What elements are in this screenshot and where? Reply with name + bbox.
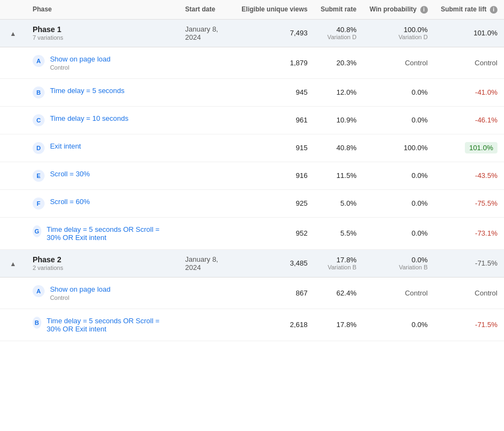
variation-date-spacer [179, 106, 235, 134]
variation-link[interactable]: Show on page load [50, 285, 110, 293]
win-prob-cell: 0.0% [363, 78, 434, 106]
phase-variations-2: 2 variations [33, 264, 172, 271]
variation-badge: E [33, 170, 45, 182]
variation-row-phase1-7: G Time delay = 5 seconds OR Scroll = 30%… [0, 217, 504, 249]
variation-date-spacer [179, 189, 235, 217]
phase-toggle-1[interactable] [0, 19, 26, 47]
variation-eligible-views: 1,879 [235, 47, 314, 78]
win-prob-cell: 0.0% [363, 189, 434, 217]
variation-link[interactable]: Time delay = 5 seconds OR Scroll = 30% O… [47, 225, 160, 242]
submit-rate-lift-header: Submit rate lift i [434, 0, 504, 19]
variation-submit-rate: 40.8% [314, 134, 363, 162]
phase-eligible-views-1: 7,493 [235, 19, 314, 47]
phase-lift-2: -71.5% [434, 249, 504, 277]
phase-submit-rate-2: 17.8% Variation B [314, 249, 363, 277]
lift-cell: -75.5% [434, 189, 504, 217]
win-prob-cell: Control [363, 47, 434, 78]
variation-eligible-views: 952 [235, 217, 314, 249]
variation-link[interactable]: Scroll = 60% [50, 198, 90, 206]
phase-eligible-views-2: 3,485 [235, 249, 314, 277]
variation-badge-col [0, 162, 26, 189]
variation-submit-rate: 5.0% [314, 189, 363, 217]
variation-link[interactable]: Time delay = 10 seconds [50, 114, 128, 122]
phase-header-row-2: Phase 2 2 variations January 8, 2024 3,4… [0, 249, 504, 277]
variation-badge: A [33, 285, 45, 297]
lift-cell: 101.0% [434, 134, 504, 162]
variation-badge: A [33, 55, 45, 67]
variation-row-phase2-2: B Time delay = 5 seconds OR Scroll = 30%… [0, 309, 504, 341]
variation-date-spacer [179, 47, 235, 78]
phase-date-2: January 8, 2024 [179, 249, 235, 277]
phase-header-row-1: Phase 1 7 variations January 8, 2024 7,4… [0, 19, 504, 47]
variation-date-spacer [179, 78, 235, 106]
lift-cell: Control [434, 277, 504, 309]
variation-badge-col [0, 189, 26, 217]
chevron-up-icon [7, 258, 20, 269]
variation-row-phase2-1: A Show on page load Control 867 62.4% Co… [0, 277, 504, 309]
variation-name-cell: G Time delay = 5 seconds OR Scroll = 30%… [26, 217, 179, 249]
variation-badge-col [0, 106, 26, 134]
phase-variations-1: 7 variations [33, 34, 172, 41]
phase-header: Phase [26, 0, 179, 19]
variation-badge-col [0, 78, 26, 106]
win-prob-cell: Control [363, 277, 434, 309]
start-date-header: Start date [179, 0, 235, 19]
variation-submit-rate: 20.3% [314, 47, 363, 78]
phase-submit-rate-1: 40.8% Variation D [314, 19, 363, 47]
variation-link[interactable]: Time delay = 5 seconds [50, 87, 125, 95]
variation-sublabel: Control [50, 64, 110, 71]
variation-eligible-views: 915 [235, 134, 314, 162]
submit-rate-header: Submit rate [314, 0, 363, 19]
table-header-row: Phase Start date Eligible unique views S… [0, 0, 504, 19]
variation-date-spacer [179, 134, 235, 162]
win-prob-cell: 0.0% [363, 106, 434, 134]
variation-name-cell: B Time delay = 5 seconds [26, 78, 179, 106]
variation-badge-col [0, 309, 26, 341]
phase-name-1: Phase 1 [33, 25, 172, 34]
variation-badge: B [33, 87, 45, 98]
variation-submit-rate: 5.5% [314, 217, 363, 249]
chevron-up-icon [7, 28, 20, 39]
phase-name-2: Phase 2 [33, 255, 172, 264]
phase-name-cell-1: Phase 1 7 variations [26, 19, 179, 47]
variation-submit-rate: 11.5% [314, 162, 363, 189]
variation-eligible-views: 945 [235, 78, 314, 106]
phase-win-probability-2: 0.0% Variation B [363, 249, 434, 277]
variation-link[interactable]: Exit intent [50, 142, 81, 150]
lift-cell: -46.1% [434, 106, 504, 134]
variation-badge-col [0, 277, 26, 309]
variation-submit-rate: 10.9% [314, 106, 363, 134]
variation-eligible-views: 916 [235, 162, 314, 189]
variation-badge: C [33, 114, 45, 126]
variation-name-cell: E Scroll = 30% [26, 162, 179, 189]
variation-date-spacer [179, 162, 235, 189]
variation-date-spacer [179, 309, 235, 341]
variation-name-cell: D Exit intent [26, 134, 179, 162]
lift-cell: -43.5% [434, 162, 504, 189]
variation-eligible-views: 961 [235, 106, 314, 134]
variation-link[interactable]: Time delay = 5 seconds OR Scroll = 30% O… [47, 317, 160, 333]
variation-link[interactable]: Scroll = 30% [50, 170, 90, 178]
variation-badge: F [33, 198, 45, 210]
submit-rate-lift-info-icon[interactable]: i [490, 6, 497, 14]
variation-badge-col [0, 47, 26, 78]
win-probability-info-icon[interactable]: i [420, 6, 428, 14]
lift-cell: -73.1% [434, 217, 504, 249]
variation-name-cell: C Time delay = 10 seconds [26, 106, 179, 134]
variation-eligible-views: 925 [235, 189, 314, 217]
win-prob-cell: 0.0% [363, 217, 434, 249]
phase-toggle-2[interactable] [0, 249, 26, 277]
variation-badge: D [33, 142, 45, 154]
variation-date-spacer [179, 277, 235, 309]
variation-submit-rate: 12.0% [314, 78, 363, 106]
variation-date-spacer [179, 217, 235, 249]
lift-cell: Control [434, 47, 504, 78]
variation-row-phase1-4: D Exit intent 915 40.8% 100.0% 101.0% [0, 134, 504, 162]
phase-win-probability-1: 100.0% Variation D [363, 19, 434, 47]
variation-badge-col [0, 217, 26, 249]
variation-name-cell: A Show on page load Control [26, 277, 179, 309]
variation-badge-col [0, 134, 26, 162]
variation-link[interactable]: Show on page load [50, 55, 110, 63]
variation-name-cell: F Scroll = 60% [26, 189, 179, 217]
win-prob-cell: 0.0% [363, 162, 434, 189]
